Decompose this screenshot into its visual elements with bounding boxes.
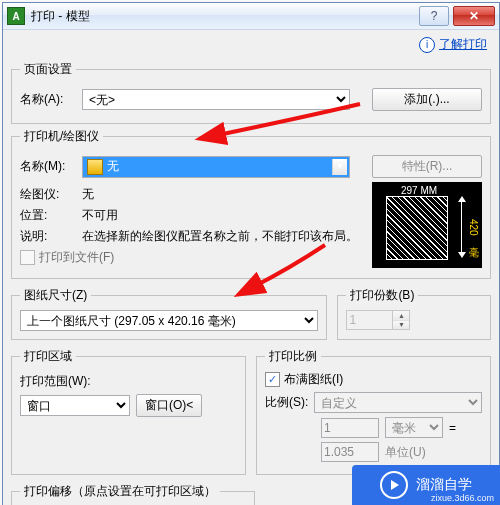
page-name-label: 名称(A): [20, 91, 76, 108]
print-area-legend: 打印区域 [20, 348, 76, 365]
app-icon: A [7, 7, 25, 25]
printer-icon [87, 159, 103, 175]
learn-print-link[interactable]: 了解打印 [439, 36, 487, 53]
printer-name-select[interactable]: 无 ▼ [82, 156, 350, 178]
paper-size-group: 图纸尺寸(Z) 上一个图纸尺寸 (297.05 x 420.16 毫米) [11, 287, 327, 340]
desc-value: 在选择新的绘图仪配置名称之前，不能打印该布局。 [82, 228, 364, 245]
location-label: 位置: [20, 207, 76, 224]
spin-up-icon: ▲ [393, 311, 409, 321]
plotter-value: 无 [82, 186, 94, 203]
print-to-file-checkbox: 打印到文件(F) [20, 249, 114, 266]
properties-button: 特性(R)... [372, 155, 482, 178]
page-setup-group: 页面设置 名称(A): <无> 添加(.)... [11, 61, 491, 124]
chevron-down-icon: ▼ [332, 159, 347, 175]
close-button[interactable]: ✕ [453, 6, 495, 26]
printer-legend: 打印机/绘图仪 [20, 128, 103, 145]
watermark-logo: 溜溜自学 zixue.3d66.com [352, 465, 500, 505]
equals-sign: = [449, 421, 456, 435]
paper-size-select[interactable]: 上一个图纸尺寸 (297.05 x 420.16 毫米) [20, 310, 318, 331]
offset-group: 打印偏移（原点设置在可打印区域） X: 毫米 ✓ 居中打印(C) Y: 毫米 [11, 483, 255, 505]
plotter-label: 绘图仪: [20, 186, 76, 203]
copies-spinner: ▲▼ [346, 310, 482, 330]
scale-legend: 打印比例 [265, 348, 321, 365]
play-icon [380, 471, 408, 499]
print-range-select[interactable]: 窗口 [20, 395, 130, 416]
page-setup-legend: 页面设置 [20, 61, 76, 78]
scale-group: 打印比例 ✓ 布满图纸(I) 比例(S): 自定义 毫米 [256, 348, 491, 475]
copies-legend: 打印份数(B) [346, 287, 418, 304]
help-button[interactable]: ? [419, 6, 449, 26]
scale-unit2-label: 单位(U) [385, 444, 426, 461]
paper-size-legend: 图纸尺寸(Z) [20, 287, 91, 304]
paper-preview: 297 MM 420 毫 [372, 182, 482, 268]
print-range-label: 打印范围(W): [20, 373, 237, 390]
scale-unit2-input [321, 442, 379, 462]
scale-num-input [321, 418, 379, 438]
fit-paper-checkbox[interactable]: ✓ 布满图纸(I) [265, 371, 482, 388]
page-name-select[interactable]: <无> [82, 89, 350, 110]
printer-group: 打印机/绘图仪 名称(M): 无 ▼ 特性(R)... 绘图仪: 无 [11, 128, 491, 279]
scale-unit-select: 毫米 [385, 417, 443, 438]
location-value: 不可用 [82, 207, 118, 224]
spin-down-icon: ▼ [393, 321, 409, 330]
add-page-button[interactable]: 添加(.)... [372, 88, 482, 111]
desc-label: 说明: [20, 228, 76, 245]
copies-group: 打印份数(B) ▲▼ [337, 287, 491, 340]
printer-name-label: 名称(M): [20, 158, 76, 175]
window-pick-button[interactable]: 窗口(O)< [136, 394, 202, 417]
window-title: 打印 - 模型 [31, 8, 415, 25]
ratio-label: 比例(S): [265, 394, 308, 411]
print-area-group: 打印区域 打印范围(W): 窗口 窗口(O)< [11, 348, 246, 475]
info-icon: i [419, 37, 435, 53]
offset-legend: 打印偏移（原点设置在可打印区域） [20, 483, 220, 500]
ratio-select: 自定义 [314, 392, 482, 413]
